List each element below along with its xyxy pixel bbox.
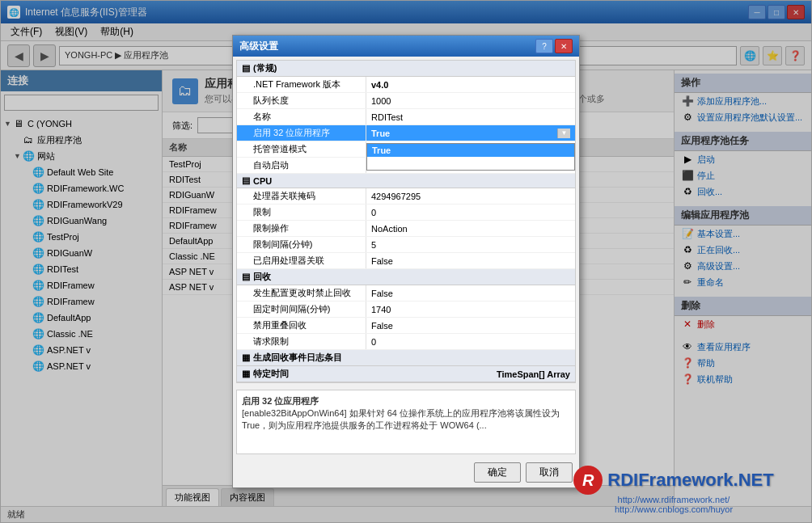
prop-row[interactable]: 队列长度1000 xyxy=(237,93,575,109)
expand-icon: ▤ xyxy=(242,63,250,74)
prop-row[interactable]: 发生配置更改时禁止回收False xyxy=(237,285,575,302)
watermark-r-icon: R xyxy=(573,466,603,495)
prop-group: ▦ 生成回收事件日志条目 xyxy=(237,350,575,366)
prop-value-text: 0 xyxy=(371,208,376,217)
prop-value: False xyxy=(366,319,575,332)
prop-value: 1740 xyxy=(366,303,575,316)
prop-value: 0 xyxy=(366,335,575,348)
dialog-overlay: 高级设置 ? ✕ ▤ (常规).NET Framework 版本v4.0队列长度… xyxy=(1,1,811,522)
dropdown-arrow-icon[interactable]: ▼ xyxy=(557,129,570,138)
prop-value: 1000 xyxy=(366,95,575,108)
section-name: CPU xyxy=(253,176,272,186)
prop-value[interactable]: True ▼ True False xyxy=(366,127,575,140)
watermark-brand: RDIFramework.NET xyxy=(607,470,773,491)
prop-value: RDITest xyxy=(366,111,575,124)
dialog-description-title: 启用 32 位应用程序 xyxy=(242,396,319,406)
prop-value: 0 xyxy=(366,206,575,219)
prop-name: 队列长度 xyxy=(237,93,366,108)
prop-group-header[interactable]: ▤ CPU xyxy=(237,174,575,188)
prop-row[interactable]: 处理器关联掩码4294967295 xyxy=(237,188,575,205)
prop-value-text: True xyxy=(371,129,390,138)
dropdown-item-true[interactable]: True xyxy=(367,144,574,157)
dialog-title-text: 高级设置 xyxy=(239,40,278,53)
prop-value-text: False xyxy=(371,289,393,298)
prop-row[interactable]: 固定时间间隔(分钟)1740 xyxy=(237,302,575,318)
dialog-title-buttons: ? ✕ xyxy=(535,39,573,53)
prop-name: 启用 32 位应用程序 xyxy=(237,125,366,141)
prop-row[interactable]: 请求限制0 xyxy=(237,334,575,350)
dialog-close-button[interactable]: ✕ xyxy=(555,39,573,53)
prop-value-text: False xyxy=(371,321,393,331)
prop-name: 发生配置更改时禁止回收 xyxy=(237,285,366,301)
prop-name: 处理器关联掩码 xyxy=(237,188,366,204)
prop-group-header[interactable]: ▦ 特定时间TimeSpan[] Array xyxy=(237,366,575,382)
expand-icon: ▤ xyxy=(242,272,250,282)
dialog-description-text: [enable32BitAppOnWin64] 如果针对 64 位操作系统上的应… xyxy=(242,408,560,430)
prop-row[interactable]: 限制操作NoAction xyxy=(237,221,575,237)
prop-group: ▤ (常规).NET Framework 版本v4.0队列长度1000名称RDI… xyxy=(237,61,575,174)
prop-row[interactable]: 已启用处理器关联False xyxy=(237,253,575,269)
prop-name: 固定时间间隔(分钟) xyxy=(237,302,366,317)
prop-name: 自动启动 xyxy=(237,158,366,173)
prop-value-text: RDITest xyxy=(371,112,403,122)
section-name: (常规) xyxy=(253,62,277,74)
dialog-footer: 确定 取消 xyxy=(233,458,579,487)
prop-value-container: True ▼ xyxy=(371,129,570,138)
prop-group: ▤ CPU处理器关联掩码4294967295限制0限制操作NoAction限制间… xyxy=(237,174,575,269)
prop-value: 4294967295 xyxy=(366,190,575,203)
prop-row[interactable]: .NET Framework 版本v4.0 xyxy=(237,77,575,93)
prop-row[interactable]: 限制间隔(分钟)5 xyxy=(237,237,575,253)
prop-name: 限制间隔(分钟) xyxy=(237,237,366,252)
prop-group: ▤ 回收发生配置更改时禁止回收False固定时间间隔(分钟)1740禁用重叠回收… xyxy=(237,269,575,350)
watermark-url1: http://www.rdiframework.net/ xyxy=(618,495,730,504)
prop-value: 5 xyxy=(366,238,575,251)
section-name: 特定时间 xyxy=(253,368,289,380)
dialog-title-bar: 高级设置 ? ✕ xyxy=(233,36,579,57)
prop-dropdown: True False xyxy=(366,143,575,171)
dialog-description: 启用 32 位应用程序 [enable32BitAppOnWin64] 如果针对… xyxy=(236,390,576,454)
prop-group-header[interactable]: ▤ (常规) xyxy=(237,61,575,77)
prop-name: 限制 xyxy=(237,205,366,220)
section-name: 回收 xyxy=(253,271,271,283)
prop-value-text: 5 xyxy=(371,240,376,250)
dialog-ok-button[interactable]: 确定 xyxy=(474,462,521,483)
watermark: R RDIFramework.NET http://www.rdiframewo… xyxy=(536,458,811,522)
prop-row[interactable]: 名称RDITest xyxy=(237,109,575,125)
prop-group: ▦ 特定时间TimeSpan[] Array xyxy=(237,366,575,382)
prop-value: False xyxy=(366,255,575,268)
prop-value-text: 4294967295 xyxy=(371,192,421,201)
prop-group-header[interactable]: ▤ 回收 xyxy=(237,269,575,285)
prop-name: 请求限制 xyxy=(237,334,366,349)
section-value: TimeSpan[] Array xyxy=(497,369,570,379)
expand-icon: ▦ xyxy=(242,352,250,363)
prop-name: 禁用重叠回收 xyxy=(237,318,366,333)
prop-row[interactable]: 限制0 xyxy=(237,205,575,221)
prop-row[interactable]: 禁用重叠回收False xyxy=(237,318,575,334)
prop-value-text: 1740 xyxy=(371,305,391,314)
prop-name: 名称 xyxy=(237,109,366,124)
dialog-body: ▤ (常规).NET Framework 版本v4.0队列长度1000名称RDI… xyxy=(233,57,579,458)
watermark-url2: http://www.cnblogs.com/huyor xyxy=(615,504,733,514)
dialog-help-button[interactable]: ? xyxy=(535,39,553,53)
prop-value: v4.0 xyxy=(366,78,575,91)
prop-name: .NET Framework 版本 xyxy=(237,77,366,92)
advanced-settings-dialog: 高级设置 ? ✕ ▤ (常规).NET Framework 版本v4.0队列长度… xyxy=(232,35,580,488)
prop-value-text: NoAction xyxy=(371,224,408,234)
prop-value-text: False xyxy=(371,256,393,266)
prop-value-text: 0 xyxy=(371,337,376,347)
expand-icon: ▦ xyxy=(242,369,250,379)
prop-name: 限制操作 xyxy=(237,221,366,236)
prop-value: False xyxy=(366,287,575,300)
watermark-logo: R RDIFramework.NET xyxy=(573,466,773,495)
prop-name: 已启用处理器关联 xyxy=(237,253,366,268)
prop-value-text: 1000 xyxy=(371,96,391,106)
dropdown-item-false[interactable]: False xyxy=(367,157,574,170)
prop-row[interactable]: 启用 32 位应用程序 True ▼ True False xyxy=(237,125,575,141)
section-name: 生成回收事件日志条目 xyxy=(253,352,342,364)
expand-icon: ▤ xyxy=(242,175,250,186)
prop-name: 托管管道模式 xyxy=(237,141,366,157)
prop-group-header[interactable]: ▦ 生成回收事件日志条目 xyxy=(237,350,575,366)
prop-value-text: v4.0 xyxy=(371,80,388,90)
prop-value: NoAction xyxy=(366,222,575,235)
dialog-scroll-area: ▤ (常规).NET Framework 版本v4.0队列长度1000名称RDI… xyxy=(236,60,576,383)
